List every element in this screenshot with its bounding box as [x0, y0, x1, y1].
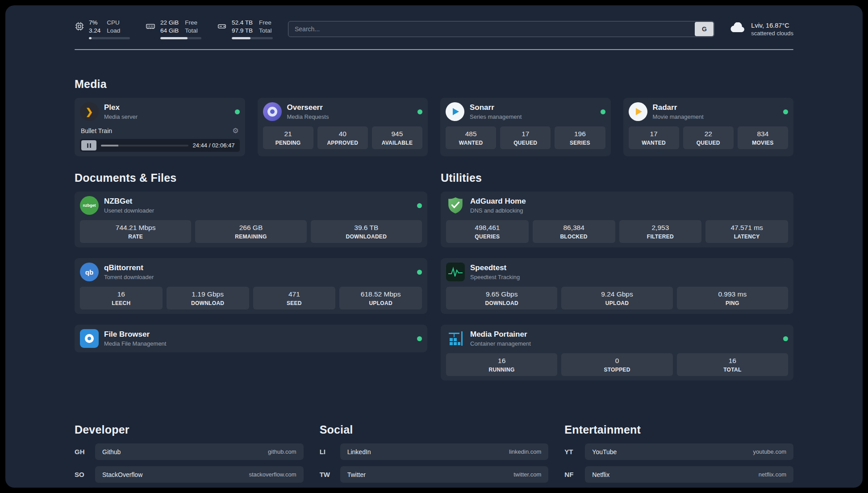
service-name: NZBGet: [104, 197, 154, 206]
bookmark-link-netflix[interactable]: Netflix netflix.com: [585, 466, 793, 483]
stat-value: 17: [502, 130, 549, 138]
nzbget-icon: nzbget: [80, 196, 99, 215]
weather-widget: Lviv, 16.87°C scattered clouds: [730, 22, 793, 37]
bookmark-group-entertainment: Entertainment YT YouTube youtube.com NF …: [564, 423, 793, 488]
service-name: Sonarr: [470, 103, 522, 112]
stat-tile: 0 STOPPED: [561, 353, 672, 376]
stat-label: UPLOAD: [563, 300, 671, 306]
stat-value: 2,953: [621, 224, 700, 232]
stat-value: 47.571 ms: [707, 224, 786, 232]
disk-free-label: Free: [259, 19, 272, 27]
card-sonarr[interactable]: Sonarr Series management 485 WANTED 17 Q…: [440, 98, 611, 156]
section-title-social: Social: [320, 423, 549, 436]
service-name: Plex: [104, 103, 138, 112]
bookmark-url: netflix.com: [759, 471, 786, 478]
bookmark-link-github[interactable]: Github github.com: [95, 443, 304, 460]
stat-label: LEECH: [82, 300, 161, 306]
stat-value: 16: [679, 357, 786, 365]
bookmark-abbr: NF: [564, 471, 585, 478]
card-adguard[interactable]: AdGuard Home DNS and adblocking 498,461 …: [441, 192, 793, 247]
card-plex[interactable]: ❯ Plex Media server Bullet Train ⚙ 24:44…: [75, 98, 245, 156]
pause-button[interactable]: [81, 140, 96, 150]
stat-value: 9.65 Gbps: [448, 290, 555, 298]
stat-tile: 16 TOTAL: [677, 353, 788, 376]
disk-free-value: 52.4 TB: [232, 19, 253, 27]
stat-value: 471: [255, 290, 334, 298]
weather-condition: scattered clouds: [751, 30, 793, 37]
stat-label: QUERIES: [448, 234, 527, 240]
service-subtitle: Torrent downloader: [104, 274, 154, 280]
stat-label: RATE: [82, 234, 189, 240]
stat-tile: 17 QUEUED: [500, 126, 551, 149]
card-overseerr[interactable]: Overseerr Media Requests 21 PENDING 40 A…: [258, 98, 428, 156]
bookmark-group-developer: Developer GH Github github.com SO StackO…: [75, 423, 304, 488]
card-portainer[interactable]: Media Portainer Container management 16 …: [441, 325, 793, 380]
card-nzbget[interactable]: nzbget NZBGet Usenet downloader 744.21 M…: [75, 192, 427, 247]
bookmark-link-stackoverflow[interactable]: StackOverflow stackoverflow.com: [95, 466, 304, 483]
ram-free-label: Free: [185, 19, 198, 27]
bookmark-row-github: GH Github github.com: [75, 443, 304, 460]
stat-value: 266 GB: [197, 224, 305, 232]
stat-tile: 945 AVAILABLE: [372, 126, 422, 149]
stat-value: 744.21 Mbps: [82, 224, 189, 232]
ram-widget: 22 GiB 64 GiB Free Total: [145, 19, 201, 39]
status-dot: [417, 109, 422, 114]
stat-value: 0: [563, 357, 671, 365]
dashboard-app: 7% 3.24 CPU Load: [0, 0, 868, 493]
stat-label: BLOCKED: [534, 234, 613, 240]
stat-label: LATENCY: [707, 234, 786, 240]
service-name: Overseerr: [287, 103, 329, 112]
disk-total-label: Total: [259, 27, 272, 35]
stat-label: TOTAL: [679, 367, 786, 373]
search-bar: G: [288, 21, 714, 37]
cloud-icon: [730, 22, 746, 36]
card-radarr[interactable]: Radarr Movie management 17 WANTED 22 QUE…: [623, 98, 794, 156]
stat-value: 498,461: [448, 224, 527, 232]
stat-tile: 266 GB REMAINING: [195, 220, 306, 243]
stat-value: 9.24 Gbps: [563, 290, 671, 298]
search-input[interactable]: [288, 21, 694, 37]
stat-label: FILTERED: [621, 234, 700, 240]
stat-label: STOPPED: [563, 367, 671, 373]
stat-value: 21: [265, 130, 312, 138]
cpu-label: CPU: [107, 19, 120, 27]
stat-tile: 17 WANTED: [629, 126, 679, 149]
service-name: qBittorrent: [104, 263, 154, 272]
plex-icon: ❯: [80, 102, 99, 121]
service-name: Radarr: [653, 103, 704, 112]
service-subtitle: Container management: [470, 340, 531, 347]
settings-gear-icon[interactable]: ⚙: [232, 126, 238, 135]
status-dot: [783, 336, 788, 341]
bookmark-abbr: LI: [320, 448, 340, 455]
playback-progress[interactable]: [101, 145, 188, 146]
stat-label: SERIES: [556, 140, 603, 146]
card-speedtest[interactable]: Speedtest Speedtest Tracking 9.65 Gbps D…: [441, 258, 793, 314]
bookmark-name: Twitter: [347, 471, 366, 478]
service-subtitle: Media Requests: [287, 113, 329, 120]
card-qbittorrent[interactable]: qb qBittorrent Torrent downloader 16 LEE…: [75, 258, 427, 314]
cpu-percent: 7%: [89, 19, 100, 27]
bookmark-row-youtube: YT YouTube youtube.com: [564, 443, 793, 460]
bookmark-link-linkedin[interactable]: LinkedIn linkedin.com: [340, 443, 549, 460]
stat-label: APPROVED: [319, 140, 366, 146]
topbar-divider: [75, 49, 793, 50]
stat-tile: 485 WANTED: [446, 126, 496, 149]
weather-location: Lviv, 16.87°C: [751, 22, 793, 29]
speedtest-icon: [446, 263, 465, 281]
search-engine-button[interactable]: G: [695, 22, 714, 36]
radarr-icon: [629, 102, 647, 121]
stat-tile: 22 QUEUED: [683, 126, 734, 149]
stat-value: 945: [374, 130, 421, 138]
service-subtitle: Usenet downloader: [104, 207, 154, 214]
stat-value: 40: [319, 130, 366, 138]
stat-label: SEED: [255, 300, 334, 306]
stat-tile: 9.65 Gbps DOWNLOAD: [446, 287, 557, 309]
stat-value: 618.52 Mbps: [341, 290, 420, 298]
bookmark-name: YouTube: [592, 448, 617, 455]
bookmark-name: LinkedIn: [347, 448, 371, 455]
bookmark-link-twitter[interactable]: Twitter twitter.com: [340, 466, 549, 483]
stat-label: PENDING: [265, 140, 312, 146]
card-filebrowser[interactable]: File Browser Media File Management: [75, 325, 427, 352]
stat-label: WANTED: [447, 140, 494, 146]
bookmark-link-youtube[interactable]: YouTube youtube.com: [585, 443, 793, 460]
